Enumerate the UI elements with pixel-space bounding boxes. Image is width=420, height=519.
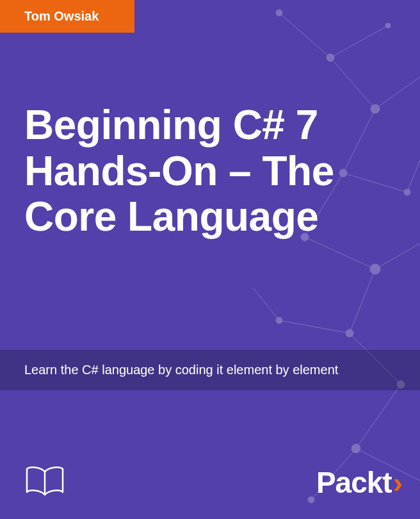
svg-point-29 <box>308 497 314 503</box>
svg-point-17 <box>276 10 282 16</box>
svg-line-8 <box>375 243 420 269</box>
svg-line-12 <box>356 384 401 449</box>
svg-line-7 <box>305 237 375 269</box>
svg-line-9 <box>350 269 375 333</box>
book-title: Beginning C# 7 Hands-On – The Core Langu… <box>24 103 396 240</box>
author-name: Tom Owsiak <box>24 9 99 23</box>
svg-line-16 <box>254 288 279 320</box>
svg-point-24 <box>370 264 380 274</box>
svg-line-0 <box>279 13 330 58</box>
svg-point-18 <box>327 54 334 62</box>
svg-point-26 <box>276 317 282 324</box>
publisher-logo: Packt› <box>316 465 402 500</box>
subtitle-band: Learn the C# language by coding it eleme… <box>0 350 420 390</box>
book-subtitle: Learn the C# language by coding it eleme… <box>24 363 396 377</box>
publisher-name: Packt <box>316 465 392 500</box>
svg-line-10 <box>279 320 350 333</box>
author-badge: Tom Owsiak <box>0 0 134 33</box>
chevron-right-icon: › <box>393 465 402 500</box>
network-decoration <box>254 0 420 519</box>
svg-point-28 <box>351 444 360 453</box>
svg-line-2 <box>330 58 375 109</box>
svg-line-15 <box>407 160 420 192</box>
svg-line-1 <box>330 26 388 58</box>
svg-point-22 <box>404 189 410 195</box>
book-cover: Tom Owsiak Beginning C# 7 Hands-On – The… <box>0 0 420 519</box>
svg-point-19 <box>385 23 391 28</box>
svg-point-25 <box>346 329 353 337</box>
book-icon <box>24 465 65 497</box>
